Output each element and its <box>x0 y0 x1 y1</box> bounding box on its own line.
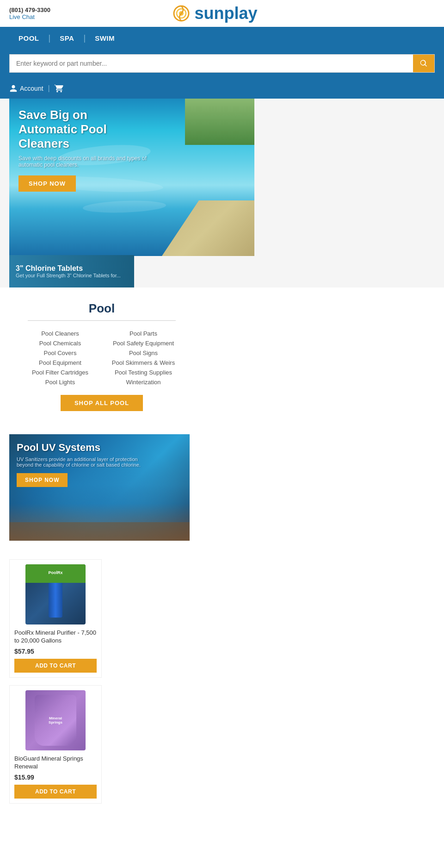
poolrx-label: PoolRx <box>48 570 62 575</box>
logo-area[interactable]: sunplay <box>172 4 257 23</box>
account-cart-divider: | <box>48 84 50 93</box>
pool-safety-equipment-link[interactable]: Pool Safety Equipment <box>106 340 180 347</box>
pool-covers-link[interactable]: Pool Covers <box>23 350 97 356</box>
bioguard-image-visual: MineralSprings <box>25 690 86 750</box>
hero-banner: Save Big on Automatic Pool Cleaners Save… <box>9 99 254 256</box>
account-link[interactable]: Account <box>9 84 43 93</box>
uv-content: Pool UV Systems UV Sanitizers provide an… <box>17 442 146 487</box>
product-image-bioguard: MineralSprings <box>25 690 86 750</box>
category-title: Pool <box>18 301 185 316</box>
product-name-bioguard: BioGuard Mineral Springs Renewal <box>14 755 97 771</box>
contact-info: (801) 479-3300 Live Chat <box>9 6 50 20</box>
search-bar <box>9 54 435 73</box>
pool-signs-link[interactable]: Pool Signs <box>106 350 180 356</box>
pool-category-section: Pool Pool Cleaners Pool Parts Pool Chemi… <box>0 287 444 425</box>
pool-cleaners-link[interactable]: Pool Cleaners <box>23 330 97 337</box>
search-icon <box>419 59 428 68</box>
pool-skimmers-link[interactable]: Pool Skimmers & Weirs <box>106 359 180 366</box>
phone-number: (801) 479-3300 <box>9 6 50 13</box>
search-button[interactable] <box>413 55 434 72</box>
mini-banner-subtitle: Get your Full Strength 3" Chlorine Table… <box>16 273 121 278</box>
mini-banner-title: 3" Chlorine Tablets <box>16 264 121 273</box>
hero-section: Save Big on Automatic Pool Cleaners Save… <box>0 99 444 287</box>
page-wrapper: { "topbar": { "phone": "(801) 479-3300",… <box>0 0 444 816</box>
uv-banner: Pool UV Systems UV Sanitizers provide an… <box>9 434 190 541</box>
poolrx-image-visual: PoolRx <box>25 564 86 624</box>
live-chat-link[interactable]: Live Chat <box>9 13 50 20</box>
add-to-cart-bioguard-button[interactable]: ADD TO CART <box>14 785 97 799</box>
account-label: Account <box>20 85 43 92</box>
bioguard-label: MineralSprings <box>47 714 64 726</box>
search-input[interactable] <box>10 55 413 72</box>
hero-shop-now-button[interactable]: SHOP NOW <box>18 175 76 192</box>
pool-testing-supplies-link[interactable]: Pool Testing Supplies <box>106 369 180 376</box>
product-name-poolrx: PoolRx Mineral Purifier - 7,500 to 20,00… <box>14 629 97 645</box>
pool-parts-link[interactable]: Pool Parts <box>106 330 180 337</box>
product-price-poolrx: $57.95 <box>14 648 97 655</box>
logo-text: sunplay <box>194 4 257 23</box>
pool-filter-cartridges-link[interactable]: Pool Filter Cartridges <box>23 369 97 376</box>
nav-swim[interactable]: SWIM <box>86 27 124 50</box>
pool-chemicals-link[interactable]: Pool Chemicals <box>23 340 97 347</box>
winterization-link[interactable]: Winterization <box>106 379 180 386</box>
product-price-bioguard: $15.99 <box>14 774 97 781</box>
uv-title: Pool UV Systems <box>17 442 146 454</box>
add-to-cart-poolrx-button[interactable]: ADD TO CART <box>14 659 97 673</box>
pool-equipment-link[interactable]: Pool Equipment <box>23 359 97 366</box>
hero-content: Save Big on Automatic Pool Cleaners Save… <box>18 108 157 192</box>
product-card-bioguard: MineralSprings BioGuard Mineral Springs … <box>9 685 102 804</box>
logo-swirl-icon <box>172 4 191 23</box>
hero-title: Save Big on Automatic Pool Cleaners <box>18 108 148 151</box>
uv-shop-now-button[interactable]: SHOP NOW <box>17 473 68 487</box>
account-icon <box>9 84 18 93</box>
uv-section: Pool UV Systems UV Sanitizers provide an… <box>0 434 444 555</box>
logo[interactable]: sunplay <box>172 4 257 23</box>
nav-pool[interactable]: POOL <box>9 27 49 50</box>
search-wrapper <box>0 50 444 80</box>
pool-lights-link[interactable]: Pool Lights <box>23 379 97 386</box>
main-nav: POOL | SPA | SWIM <box>0 27 444 50</box>
category-grid: Pool Cleaners Pool Parts Pool Chemicals … <box>18 330 185 386</box>
top-bar: (801) 479-3300 Live Chat sunplay <box>0 0 444 27</box>
pool-category-box: Pool Pool Cleaners Pool Parts Pool Chemi… <box>9 287 194 425</box>
product-card-poolrx: PoolRx PoolRx Mineral Purifier - 7,500 t… <box>9 559 102 678</box>
cart-icon <box>55 84 64 93</box>
uv-subtitle: UV Sanitizers provide an additional laye… <box>17 456 146 468</box>
mini-banner: 3" Chlorine Tablets Get your Full Streng… <box>9 255 134 287</box>
shop-all-pool-button[interactable]: SHOP ALL POOL <box>61 395 143 411</box>
hero-subtitle: Save with deep discounts on all brands a… <box>18 155 157 168</box>
products-section: PoolRx PoolRx Mineral Purifier - 7,500 t… <box>0 555 444 816</box>
category-divider <box>28 320 176 321</box>
cart-link[interactable] <box>55 84 64 93</box>
nav-spa[interactable]: SPA <box>50 27 83 50</box>
account-bar: Account | <box>0 80 444 99</box>
product-image-poolrx: PoolRx <box>25 564 86 624</box>
